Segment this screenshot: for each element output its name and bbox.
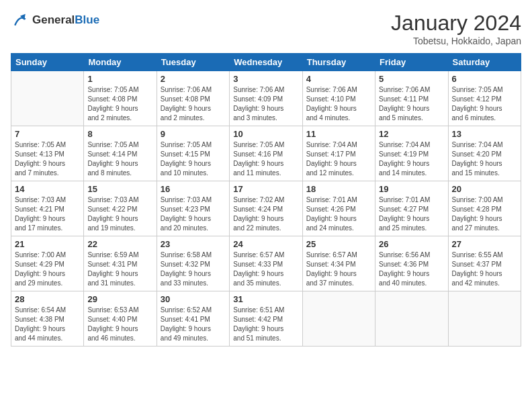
day-info: Sunrise: 7:05 AM Sunset: 4:13 PM Dayligh…: [15, 140, 80, 178]
calendar-cell: [302, 291, 375, 347]
day-number: 4: [306, 74, 371, 84]
day-info: Sunrise: 7:06 AM Sunset: 4:11 PM Dayligh…: [379, 85, 444, 123]
day-number: 1: [87, 74, 152, 84]
calendar-cell: [448, 291, 521, 347]
week-row-2: 14Sunrise: 7:03 AM Sunset: 4:21 PM Dayli…: [11, 181, 521, 236]
header-thursday: Thursday: [302, 54, 375, 71]
week-row-1: 7Sunrise: 7:05 AM Sunset: 4:13 PM Daylig…: [11, 126, 521, 181]
day-number: 2: [161, 74, 226, 84]
day-info: Sunrise: 6:55 AM Sunset: 4:37 PM Dayligh…: [452, 250, 517, 288]
day-info: Sunrise: 6:57 AM Sunset: 4:34 PM Dayligh…: [306, 250, 371, 288]
header-saturday: Saturday: [448, 54, 521, 71]
day-info: Sunrise: 7:01 AM Sunset: 4:27 PM Dayligh…: [379, 195, 444, 233]
title-block: January 2024 Tobetsu, Hokkaido, Japan: [391, 11, 521, 46]
calendar-cell: 15Sunrise: 7:03 AM Sunset: 4:22 PM Dayli…: [84, 181, 157, 236]
calendar-cell: 5Sunrise: 7:06 AM Sunset: 4:11 PM Daylig…: [375, 71, 448, 126]
calendar-cell: 4Sunrise: 7:06 AM Sunset: 4:10 PM Daylig…: [302, 71, 375, 126]
day-info: Sunrise: 6:57 AM Sunset: 4:33 PM Dayligh…: [233, 250, 298, 288]
calendar-cell: 23Sunrise: 6:58 AM Sunset: 4:32 PM Dayli…: [157, 236, 229, 291]
calendar-cell: 2Sunrise: 7:06 AM Sunset: 4:08 PM Daylig…: [157, 71, 229, 126]
day-info: Sunrise: 7:03 AM Sunset: 4:22 PM Dayligh…: [87, 195, 152, 233]
week-row-0: 1Sunrise: 7:05 AM Sunset: 4:08 PM Daylig…: [11, 71, 521, 126]
day-number: 30: [161, 294, 226, 304]
day-info: Sunrise: 7:02 AM Sunset: 4:24 PM Dayligh…: [233, 195, 298, 233]
logo-text: GeneralBlue: [32, 14, 99, 27]
day-number: 20: [452, 184, 517, 194]
day-info: Sunrise: 7:06 AM Sunset: 4:09 PM Dayligh…: [233, 85, 298, 123]
logo-icon: [11, 11, 30, 30]
day-number: 14: [15, 184, 80, 194]
calendar-cell: 13Sunrise: 7:04 AM Sunset: 4:20 PM Dayli…: [448, 126, 521, 181]
day-info: Sunrise: 7:05 AM Sunset: 4:08 PM Dayligh…: [87, 85, 152, 123]
week-row-4: 28Sunrise: 6:54 AM Sunset: 4:38 PM Dayli…: [11, 291, 521, 347]
subtitle: Tobetsu, Hokkaido, Japan: [391, 36, 521, 46]
calendar-cell: 10Sunrise: 7:05 AM Sunset: 4:16 PM Dayli…: [230, 126, 302, 181]
day-info: Sunrise: 6:51 AM Sunset: 4:42 PM Dayligh…: [233, 306, 298, 343]
calendar-cell: [11, 71, 84, 126]
calendar-cell: 14Sunrise: 7:03 AM Sunset: 4:21 PM Dayli…: [11, 181, 84, 236]
day-number: 18: [306, 184, 371, 194]
calendar-cell: 30Sunrise: 6:52 AM Sunset: 4:41 PM Dayli…: [157, 291, 229, 347]
day-info: Sunrise: 6:58 AM Sunset: 4:32 PM Dayligh…: [161, 250, 226, 288]
day-number: 19: [379, 184, 444, 194]
calendar-cell: 3Sunrise: 7:06 AM Sunset: 4:09 PM Daylig…: [230, 71, 302, 126]
calendar-cell: 19Sunrise: 7:01 AM Sunset: 4:27 PM Dayli…: [375, 181, 448, 236]
calendar-cell: 9Sunrise: 7:05 AM Sunset: 4:15 PM Daylig…: [157, 126, 229, 181]
day-number: 6: [452, 74, 517, 84]
calendar-cell: 24Sunrise: 6:57 AM Sunset: 4:33 PM Dayli…: [230, 236, 302, 291]
header-sunday: Sunday: [11, 54, 84, 71]
day-info: Sunrise: 7:06 AM Sunset: 4:10 PM Dayligh…: [306, 85, 371, 123]
calendar-cell: 28Sunrise: 6:54 AM Sunset: 4:38 PM Dayli…: [11, 291, 84, 347]
calendar-cell: 31Sunrise: 6:51 AM Sunset: 4:42 PM Dayli…: [230, 291, 302, 347]
day-info: Sunrise: 7:00 AM Sunset: 4:29 PM Dayligh…: [15, 250, 80, 288]
calendar-cell: 7Sunrise: 7:05 AM Sunset: 4:13 PM Daylig…: [11, 126, 84, 181]
day-number: 26: [379, 239, 444, 249]
calendar-cell: [375, 291, 448, 347]
day-number: 27: [452, 239, 517, 249]
calendar-cell: 17Sunrise: 7:02 AM Sunset: 4:24 PM Dayli…: [230, 181, 302, 236]
calendar-table: SundayMondayTuesdayWednesdayThursdayFrid…: [11, 53, 521, 347]
calendar-cell: 29Sunrise: 6:53 AM Sunset: 4:40 PM Dayli…: [84, 291, 157, 347]
day-number: 22: [87, 239, 152, 249]
calendar-cell: 8Sunrise: 7:05 AM Sunset: 4:14 PM Daylig…: [84, 126, 157, 181]
day-number: 24: [233, 239, 298, 249]
calendar-cell: 18Sunrise: 7:01 AM Sunset: 4:26 PM Dayli…: [302, 181, 375, 236]
day-info: Sunrise: 7:05 AM Sunset: 4:12 PM Dayligh…: [452, 85, 517, 123]
header-wednesday: Wednesday: [230, 54, 302, 71]
day-info: Sunrise: 7:05 AM Sunset: 4:16 PM Dayligh…: [233, 140, 298, 178]
day-number: 8: [87, 129, 152, 139]
day-number: 28: [15, 294, 80, 304]
day-info: Sunrise: 6:52 AM Sunset: 4:41 PM Dayligh…: [161, 306, 226, 343]
day-info: Sunrise: 6:53 AM Sunset: 4:40 PM Dayligh…: [87, 306, 152, 343]
header: GeneralBlue January 2024 Tobetsu, Hokkai…: [11, 11, 521, 46]
calendar-cell: 27Sunrise: 6:55 AM Sunset: 4:37 PM Dayli…: [448, 236, 521, 291]
header-tuesday: Tuesday: [157, 54, 229, 71]
day-number: 10: [233, 129, 298, 139]
day-number: 31: [233, 294, 298, 304]
calendar-cell: 26Sunrise: 6:56 AM Sunset: 4:36 PM Dayli…: [375, 236, 448, 291]
day-info: Sunrise: 7:04 AM Sunset: 4:17 PM Dayligh…: [306, 140, 371, 178]
calendar-cell: 11Sunrise: 7:04 AM Sunset: 4:17 PM Dayli…: [302, 126, 375, 181]
day-number: 5: [379, 74, 444, 84]
day-info: Sunrise: 6:56 AM Sunset: 4:36 PM Dayligh…: [379, 250, 444, 288]
calendar-cell: 21Sunrise: 7:00 AM Sunset: 4:29 PM Dayli…: [11, 236, 84, 291]
calendar-cell: 6Sunrise: 7:05 AM Sunset: 4:12 PM Daylig…: [448, 71, 521, 126]
calendar-cell: 12Sunrise: 7:04 AM Sunset: 4:19 PM Dayli…: [375, 126, 448, 181]
day-number: 11: [306, 129, 371, 139]
logo: GeneralBlue: [11, 11, 99, 30]
day-number: 7: [15, 129, 80, 139]
main-title: January 2024: [391, 11, 521, 36]
calendar-cell: 22Sunrise: 6:59 AM Sunset: 4:31 PM Dayli…: [84, 236, 157, 291]
header-friday: Friday: [375, 54, 448, 71]
day-number: 3: [233, 74, 298, 84]
main-container: GeneralBlue January 2024 Tobetsu, Hokkai…: [0, 0, 532, 352]
day-info: Sunrise: 7:05 AM Sunset: 4:14 PM Dayligh…: [87, 140, 152, 178]
day-info: Sunrise: 7:05 AM Sunset: 4:15 PM Dayligh…: [161, 140, 226, 178]
day-number: 23: [161, 239, 226, 249]
day-info: Sunrise: 6:59 AM Sunset: 4:31 PM Dayligh…: [87, 250, 152, 288]
day-info: Sunrise: 7:03 AM Sunset: 4:21 PM Dayligh…: [15, 195, 80, 233]
calendar-cell: 1Sunrise: 7:05 AM Sunset: 4:08 PM Daylig…: [84, 71, 157, 126]
day-info: Sunrise: 7:00 AM Sunset: 4:28 PM Dayligh…: [452, 195, 517, 233]
calendar-header-row: SundayMondayTuesdayWednesdayThursdayFrid…: [11, 54, 521, 71]
svg-rect-0: [11, 11, 30, 30]
